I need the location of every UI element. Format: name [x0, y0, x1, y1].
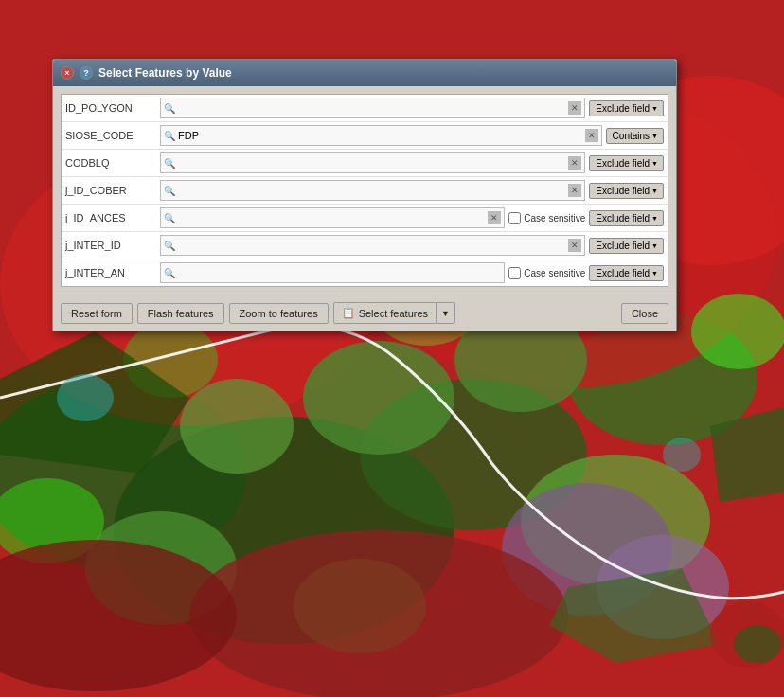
clear-button-j_id_cober[interactable]: ✕ — [568, 184, 581, 197]
field-input-j_id_cober[interactable] — [178, 185, 568, 196]
zoom-to-features-button[interactable]: Zoom to features — [229, 303, 329, 324]
dialog-help-btn[interactable]: ? — [80, 66, 93, 80]
search-icon: 🔍 — [164, 131, 175, 141]
field-label-j_inter_id: j_INTER_ID — [65, 240, 160, 251]
field-row-id_polygon: ID_POLYGON🔍✕Exclude field — [62, 95, 668, 122]
dropdown-btn-j_id_ances[interactable]: Exclude field — [589, 210, 664, 226]
search-icon: 🔍 — [164, 103, 175, 114]
field-label-j_inter_an: j_INTER_AN — [65, 267, 160, 278]
svg-point-8 — [303, 341, 454, 455]
fields-container: ID_POLYGON🔍✕Exclude fieldSIOSE_CODE🔍✕Con… — [61, 94, 668, 287]
case-sensitive-wrap-j_id_ances: Case sensitive — [508, 212, 585, 224]
field-input-siose_code[interactable] — [178, 130, 585, 141]
field-row-siose_code: SIOSE_CODE🔍✕Contains — [62, 122, 668, 150]
field-input-codblq[interactable] — [178, 157, 568, 169]
field-input-id_polygon[interactable] — [178, 102, 568, 114]
field-input-j_inter_id[interactable] — [178, 240, 568, 251]
dropdown-btn-codblq[interactable]: Exclude field — [589, 155, 664, 171]
field-input-wrap-j_id_cober: 🔍✕ — [160, 180, 585, 201]
dialog-body: ID_POLYGON🔍✕Exclude fieldSIOSE_CODE🔍✕Con… — [53, 86, 676, 295]
dropdown-btn-j_inter_an[interactable]: Exclude field — [589, 265, 664, 281]
field-input-wrap-siose_code: 🔍✕ — [160, 125, 602, 146]
dropdown-btn-j_id_cober[interactable]: Exclude field — [589, 183, 664, 199]
field-label-j_id_ances: j_ID_ANCES — [65, 212, 160, 223]
clear-button-j_id_ances[interactable]: ✕ — [488, 211, 501, 224]
svg-point-9 — [180, 379, 294, 474]
select-features-dropdown-button[interactable]: ▼ — [437, 302, 455, 324]
select-features-icon: 📋 — [342, 307, 355, 319]
field-input-wrap-j_inter_an: 🔍 — [160, 262, 505, 283]
case-sensitive-checkbox-j_id_ances[interactable] — [508, 212, 521, 224]
search-icon: 🔍 — [164, 241, 175, 251]
field-input-j_id_ances[interactable] — [178, 212, 488, 223]
field-input-wrap-j_inter_id: 🔍✕ — [160, 235, 585, 256]
select-features-group: 📋 Select features ▼ — [333, 302, 455, 324]
clear-button-j_inter_id[interactable]: ✕ — [568, 239, 581, 252]
field-input-j_inter_an[interactable] — [178, 267, 501, 278]
select-features-dialog: × ? Select Features by Value ID_POLYGON🔍… — [52, 59, 677, 331]
dialog-close-icon-btn[interactable]: × — [61, 66, 74, 80]
svg-point-28 — [734, 625, 781, 663]
field-label-codblq: CODBLQ — [65, 157, 160, 169]
field-row-j_inter_an: j_INTER_AN🔍Case sensitiveExclude field — [62, 259, 668, 286]
field-label-j_id_cober: j_ID_COBER — [65, 185, 160, 196]
field-row-codblq: CODBLQ🔍✕Exclude field — [62, 150, 668, 177]
case-sensitive-label-j_id_ances: Case sensitive — [524, 213, 585, 223]
dialog-footer: Reset form Flash features Zoom to featur… — [53, 295, 676, 331]
case-sensitive-checkbox-j_inter_an[interactable] — [508, 267, 521, 279]
field-input-wrap-id_polygon: 🔍✕ — [160, 98, 585, 118]
dialog-titlebar: × ? Select Features by Value — [53, 60, 676, 86]
clear-button-siose_code[interactable]: ✕ — [585, 129, 598, 142]
flash-features-button[interactable]: Flash features — [137, 303, 224, 324]
svg-point-15 — [691, 294, 784, 369]
field-input-wrap-j_id_ances: 🔍✕ — [160, 207, 505, 228]
field-row-j_inter_id: j_INTER_ID🔍✕Exclude field — [62, 232, 668, 259]
field-row-j_id_cober: j_ID_COBER🔍✕Exclude field — [62, 177, 668, 205]
reset-form-button[interactable]: Reset form — [61, 303, 133, 324]
field-input-wrap-codblq: 🔍✕ — [160, 152, 585, 173]
dropdown-btn-j_inter_id[interactable]: Exclude field — [589, 238, 664, 254]
search-icon: 🔍 — [164, 213, 175, 223]
dropdown-btn-siose_code[interactable]: Contains — [606, 128, 664, 144]
search-icon: 🔍 — [164, 268, 175, 278]
fields-scroll-wrap: ID_POLYGON🔍✕Exclude fieldSIOSE_CODE🔍✕Con… — [61, 94, 668, 287]
dropdown-btn-id_polygon[interactable]: Exclude field — [589, 100, 664, 116]
search-icon: 🔍 — [164, 186, 175, 196]
close-button[interactable]: Close — [621, 303, 668, 324]
svg-point-30 — [663, 438, 701, 472]
svg-point-29 — [57, 374, 114, 421]
clear-button-codblq[interactable]: ✕ — [568, 156, 581, 170]
svg-point-18 — [189, 530, 568, 697]
case-sensitive-wrap-j_inter_an: Case sensitive — [508, 267, 585, 279]
field-row-j_id_ances: j_ID_ANCES🔍✕Case sensitiveExclude field — [62, 205, 668, 232]
case-sensitive-label-j_inter_an: Case sensitive — [524, 268, 585, 278]
field-label-id_polygon: ID_POLYGON — [65, 102, 160, 114]
search-icon: 🔍 — [164, 158, 175, 169]
select-features-button[interactable]: 📋 Select features — [333, 302, 437, 324]
field-label-siose_code: SIOSE_CODE — [65, 130, 160, 141]
dialog-title: Select Features by Value — [98, 66, 668, 80]
clear-button-id_polygon[interactable]: ✕ — [568, 101, 581, 115]
